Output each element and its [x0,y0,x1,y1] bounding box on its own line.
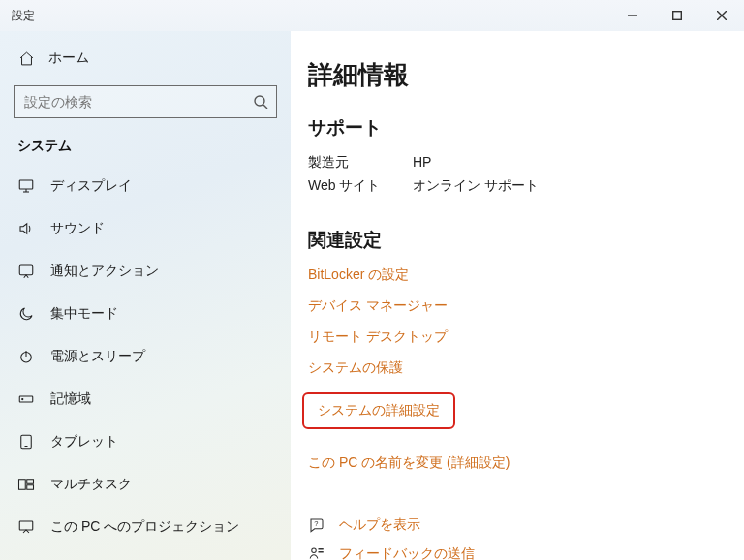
maximize-button[interactable] [655,0,699,31]
search-field[interactable] [24,94,253,109]
support-manufacturer-row: 製造元 HP [308,154,717,171]
svg-rect-1 [673,12,682,20]
link-remote-desktop[interactable]: リモート デスクトップ [308,328,448,344]
search-icon [253,94,268,109]
page-title: 詳細情報 [308,58,717,92]
highlight-box: システムの詳細設定 [302,392,455,429]
moon-icon [17,305,35,323]
svg-point-13 [22,398,23,399]
close-button[interactable] [699,0,744,31]
support-heading: サポート [308,115,717,140]
sidebar-item-label: この PC へのプロジェクション [50,518,239,536]
home-nav[interactable]: ホーム [0,39,291,78]
sidebar-section-label: システム [0,128,291,163]
sidebar-item-label: 電源とスリープ [50,348,145,365]
sidebar-item-tablet[interactable]: タブレット [0,420,291,463]
minimize-button[interactable] [610,0,655,31]
sidebar-item-projection[interactable]: この PC へのプロジェクション [0,506,291,548]
sidebar-item-label: 通知とアクション [50,263,159,280]
sound-icon [17,220,35,237]
sidebar-item-display[interactable]: ディスプレイ [0,165,291,207]
sidebar-item-label: サウンド [50,220,105,237]
display-icon [17,177,35,195]
sidebar-item-label: マルチタスク [50,476,132,493]
feedback-link[interactable]: フィードバックの送信 [339,545,475,560]
svg-point-21 [312,548,317,553]
home-icon [17,50,35,67]
svg-rect-16 [19,480,26,490]
link-rename-pc[interactable]: この PC の名前を変更 (詳細設定) [308,454,510,470]
manufacturer-value: HP [413,154,431,171]
power-icon [17,348,35,365]
link-bitlocker[interactable]: BitLocker の設定 [308,266,409,282]
sidebar-item-focus[interactable]: 集中モード [0,293,291,335]
sidebar-item-power[interactable]: 電源とスリープ [0,335,291,378]
feedback-row[interactable]: フィードバックの送信 [308,545,717,560]
svg-rect-6 [19,180,33,189]
get-help-link[interactable]: ヘルプを表示 [339,516,420,534]
window-title: 設定 [12,8,35,24]
manufacturer-label: 製造元 [308,154,413,171]
link-advanced-system-settings[interactable]: システムの詳細設定 [318,402,440,418]
titlebar: 設定 [0,0,744,31]
svg-rect-19 [19,521,33,530]
svg-text:?: ? [314,519,318,528]
tablet-icon [17,433,35,451]
search-input[interactable] [14,85,277,118]
sidebar-item-label: ディスプレイ [50,177,132,195]
sidebar: ホーム システム ディスプレイ サウンド [0,31,291,560]
help-icon: ? [308,516,326,534]
sidebar-nav: ディスプレイ サウンド 通知とアクション 集中モード 電源とスリープ [0,163,291,548]
svg-rect-17 [27,480,34,484]
sidebar-item-storage[interactable]: 記憶域 [0,378,291,420]
notification-icon [17,263,35,280]
get-help-row[interactable]: ? ヘルプを表示 [308,516,717,534]
support-website-row: Web サイト オンライン サポート [308,177,717,195]
link-system-protection[interactable]: システムの保護 [308,359,403,375]
link-device-manager[interactable]: デバイス マネージャー [308,297,448,313]
website-label: Web サイト [308,177,413,195]
storage-icon [17,390,35,408]
home-label: ホーム [48,49,89,67]
svg-point-4 [255,96,264,106]
related-heading: 関連設定 [308,228,717,253]
website-link[interactable]: オンライン サポート [413,177,539,195]
projection-icon [17,518,35,536]
sidebar-item-notifications[interactable]: 通知とアクション [0,250,291,293]
feedback-icon [308,545,326,560]
svg-rect-9 [19,265,33,275]
content-area: 詳細情報 サポート 製造元 HP Web サイト オンライン サポート 関連設定… [291,31,744,560]
svg-line-5 [264,105,267,109]
svg-rect-18 [27,485,34,490]
sidebar-item-label: 集中モード [50,305,118,323]
sidebar-item-multitask[interactable]: マルチタスク [0,463,291,506]
sidebar-item-label: 記憶域 [50,390,91,408]
multitask-icon [17,476,35,493]
sidebar-item-sound[interactable]: サウンド [0,207,291,250]
sidebar-item-label: タブレット [50,433,118,451]
